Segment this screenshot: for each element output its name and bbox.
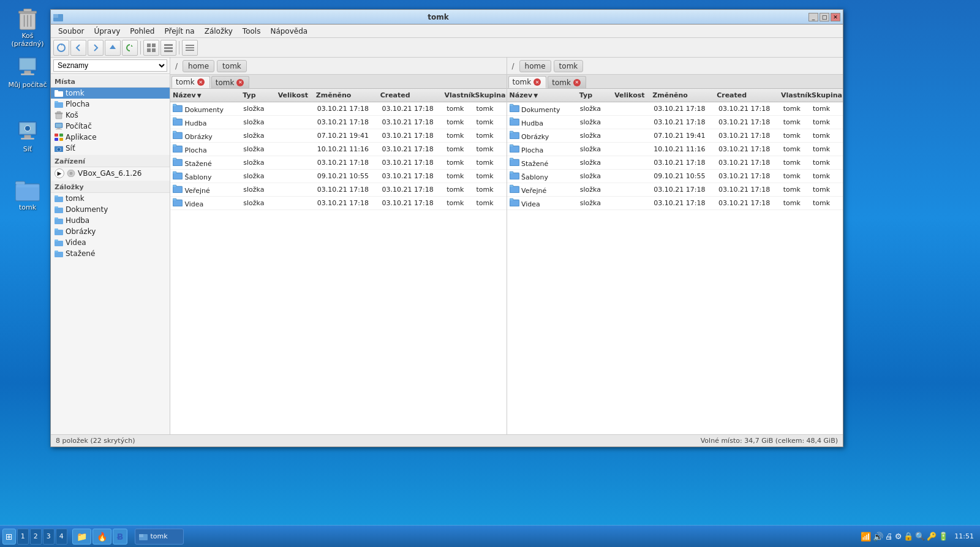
table-row[interactable]: Šablony složka 09.10.21 10:55 03.10.21 1… <box>507 170 843 183</box>
toolbar-reload-btn[interactable] <box>53 40 69 56</box>
sidebar-item-sit[interactable]: Síť <box>51 143 170 154</box>
desktop-icon-tomk[interactable]: tomk <box>6 178 49 211</box>
tray-icon-key[interactable]: 🔑 <box>927 532 937 541</box>
minimize-button[interactable]: _ <box>809 13 818 21</box>
desktop-icon-sit[interactable]: Síť <box>6 119 49 153</box>
maximize-button[interactable]: □ <box>820 13 829 21</box>
toolbar-forward-btn[interactable] <box>88 40 104 56</box>
left-col-zmeneno[interactable]: Změněno <box>314 90 378 100</box>
menu-tools[interactable]: Tools <box>238 26 266 37</box>
left-col-name[interactable]: Název ▼ <box>170 90 240 100</box>
taskbar-ws-4[interactable]: 4 <box>56 529 67 545</box>
taskbar-app-firefox[interactable]: 🔥 <box>92 529 111 545</box>
sidebar-bookmark-dokumenty[interactable]: Dokumenty <box>51 204 170 215</box>
tray-icon-lock[interactable]: 🔒 <box>903 532 913 541</box>
sidebar-item-aplikace[interactable]: Aplikace <box>51 132 170 143</box>
table-row[interactable]: Šablony složka 09.10.21 10:55 03.10.21 1… <box>170 170 507 183</box>
sidebar-item-plocha[interactable]: Plocha <box>51 99 170 110</box>
table-row[interactable]: Obrázky složka 07.10.21 19:41 03.10.21 1… <box>170 129 507 143</box>
close-button[interactable]: ✕ <box>831 13 840 21</box>
table-row[interactable]: Dokumenty složka 03.10.21 17:18 03.10.21… <box>507 102 843 116</box>
right-col-zmeneno[interactable]: Změněno <box>650 90 714 100</box>
left-col-created[interactable]: Created <box>378 90 442 100</box>
left-loc-tomk[interactable]: tomk <box>217 60 247 72</box>
menu-napoveda[interactable]: Nápověda <box>265 26 312 37</box>
right-tab-2[interactable]: tomk ✕ <box>548 76 586 88</box>
left-loc-home[interactable]: home <box>183 60 214 72</box>
right-tab-1[interactable]: tomk ✕ <box>508 76 547 88</box>
sidebar-item-pocitac[interactable]: Počítač <box>51 121 170 132</box>
table-row[interactable]: Veřejné složka 03.10.21 17:18 03.10.21 1… <box>170 183 507 197</box>
svg-rect-105 <box>510 173 519 179</box>
toolbar-menu-btn[interactable] <box>182 40 198 56</box>
sidebar-view-select[interactable]: Seznamy Záložky Historie <box>53 59 167 72</box>
taskbar-ws-2[interactable]: 2 <box>30 529 42 545</box>
sidebar-bookmark-obrazky[interactable]: Obrázky <box>51 226 170 237</box>
sidebar-bookmark-tomk[interactable]: tomk <box>51 193 170 204</box>
toolbar-view2-btn[interactable] <box>160 40 176 56</box>
table-row[interactable]: Videa složka 03.10.21 17:18 03.10.21 17:… <box>170 197 507 210</box>
left-tab-2-close[interactable]: ✕ <box>236 79 244 86</box>
tray-icon-battery[interactable]: 🔋 <box>938 532 948 541</box>
sidebar-device-vbox[interactable]: ▶ VBox_GAs_6.1.26 <box>51 167 170 179</box>
table-row[interactable]: Veřejné složka 03.10.21 17:18 03.10.21 1… <box>507 183 843 197</box>
table-row[interactable]: Stažené složka 03.10.21 17:18 03.10.21 1… <box>170 156 507 170</box>
left-tab-2[interactable]: tomk ✕ <box>211 76 250 88</box>
right-col-skupina[interactable]: Skupina <box>809 90 843 100</box>
table-row[interactable]: Hudba složka 03.10.21 17:18 03.10.21 17:… <box>507 116 843 129</box>
sidebar-item-kos[interactable]: Koš <box>51 110 170 121</box>
toolbar-back-btn[interactable] <box>70 40 86 56</box>
sidebar-bookmark-videa[interactable]: Videa <box>51 237 170 248</box>
menu-upravy[interactable]: Úpravy <box>89 26 125 37</box>
toolbar-up-btn[interactable] <box>105 40 121 56</box>
tray-icon-settings[interactable]: ⚙ <box>895 532 902 541</box>
right-col-created[interactable]: Created <box>714 90 778 100</box>
taskbar-app-bluetooth[interactable]: Ƀ <box>113 529 128 545</box>
table-row[interactable]: Stažené složka 03.10.21 17:18 03.10.21 1… <box>507 156 843 170</box>
device-expand-icon[interactable]: ▶ <box>55 168 64 178</box>
toolbar-refresh-btn[interactable] <box>122 40 138 56</box>
table-row[interactable]: Hudba složka 03.10.21 17:18 03.10.21 17:… <box>170 116 507 129</box>
tray-icon-volume[interactable]: 🔊 <box>873 532 883 541</box>
desktop-icon-mujpc[interactable]: Můj počítač <box>6 55 49 89</box>
table-row[interactable]: Obrázky složka 07.10.21 19:41 03.10.21 1… <box>507 129 843 143</box>
table-row[interactable]: Plocha složka 10.10.21 11:16 03.10.21 17… <box>170 143 507 156</box>
table-row[interactable]: Videa složka 03.10.21 17:18 03.10.21 17:… <box>507 197 843 210</box>
right-tab-2-close[interactable]: ✕ <box>573 79 581 86</box>
tray-icon-search[interactable]: 🔍 <box>915 532 925 541</box>
taskbar-ws-1[interactable]: 1 <box>17 529 29 545</box>
taskbar-ws-3[interactable]: 3 <box>43 529 55 545</box>
tray-icon-print[interactable]: 🖨 <box>885 532 893 541</box>
table-row[interactable]: Dokumenty složka 03.10.21 17:18 03.10.21… <box>170 102 507 116</box>
sidebar-bookmark-stazene[interactable]: Stažené <box>51 248 170 259</box>
sidebar-bookmark-hudba[interactable]: Hudba <box>51 215 170 226</box>
left-panel-tabs: tomk ✕ tomk ✕ <box>170 75 507 89</box>
left-col-skupina[interactable]: Skupina <box>473 90 507 100</box>
taskbar-active-window[interactable]: tomk <box>135 529 184 545</box>
right-col-vlastnik[interactable]: Vlastník <box>778 90 809 100</box>
right-loc-tomk[interactable]: tomk <box>554 60 584 72</box>
sidebar-view-dropdown[interactable]: Seznamy Záložky Historie <box>51 58 170 74</box>
left-col-vlastnik[interactable]: Vlastník <box>442 90 473 100</box>
menu-zalozky[interactable]: Záložky <box>200 26 238 37</box>
menu-prejit-na[interactable]: Přejít na <box>159 26 199 37</box>
right-tab-1-close[interactable]: ✕ <box>533 78 541 86</box>
menu-pohled[interactable]: Pohled <box>125 26 159 37</box>
left-tab-1[interactable]: tomk ✕ <box>172 76 210 88</box>
sidebar-item-tomk[interactable]: tomk <box>51 88 170 99</box>
table-row[interactable]: Plocha složka 10.10.21 11:16 03.10.21 17… <box>507 143 843 156</box>
left-col-velikost[interactable]: Velikost <box>276 90 314 100</box>
desktop-icon-kos[interactable]: Koš (prázdný) <box>6 6 49 48</box>
folder-icon <box>510 198 519 206</box>
right-loc-home[interactable]: home <box>519 60 551 72</box>
left-col-typ[interactable]: Typ <box>240 90 275 100</box>
tray-icon-network[interactable]: 📶 <box>861 532 871 541</box>
taskbar-app-files[interactable]: 📁 <box>72 529 91 545</box>
toolbar-view1-btn[interactable] <box>143 40 159 56</box>
taskbar-start-btn[interactable]: ⊞ <box>2 529 16 545</box>
right-col-typ[interactable]: Typ <box>577 90 612 100</box>
menu-soubor[interactable]: Soubor <box>53 26 89 37</box>
left-tab-1-close[interactable]: ✕ <box>197 78 205 86</box>
right-col-name[interactable]: Název ▼ <box>507 90 577 100</box>
right-col-velikost[interactable]: Velikost <box>612 90 650 100</box>
